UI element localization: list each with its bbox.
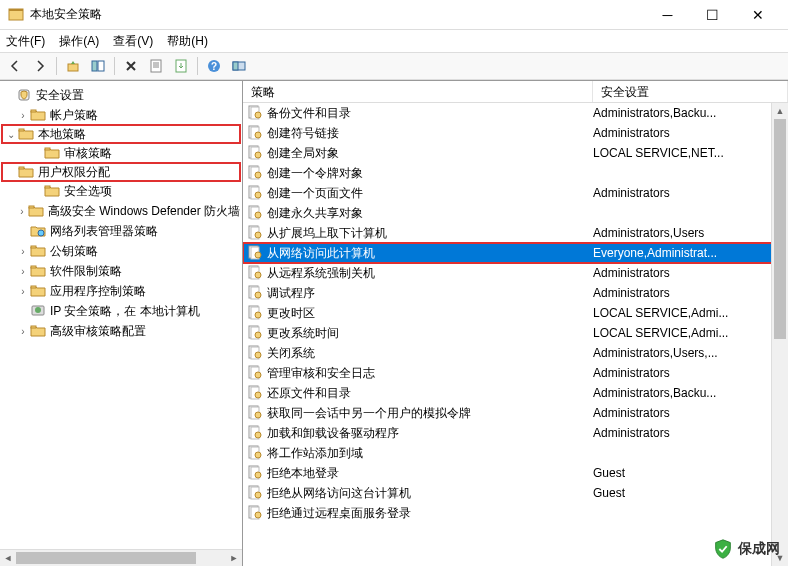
tree-toggle[interactable]: › [16,246,30,257]
policy-row[interactable]: 创建永久共享对象 [243,203,788,223]
policy-row[interactable]: 将工作站添加到域 [243,443,788,463]
policy-name: 创建一个页面文件 [267,185,593,202]
forward-button[interactable] [29,55,51,77]
tree-item[interactable]: 审核策略 [2,143,240,163]
tree-toggle[interactable]: › [16,286,30,297]
titlebar: 本地安全策略 ─ ☐ ✕ [0,0,788,30]
policy-setting: Everyone,Administrat... [593,246,788,260]
policy-row[interactable]: 创建全局对象LOCAL SERVICE,NET... [243,143,788,163]
menu-view[interactable]: 查看(V) [113,33,153,50]
svg-rect-17 [45,148,50,150]
maximize-button[interactable]: ☐ [690,1,735,29]
policy-name: 加载和卸载设备驱动程序 [267,425,593,442]
svg-point-39 [255,172,261,178]
tree-toggle[interactable]: › [16,326,30,337]
svg-point-72 [255,392,261,398]
policy-name: 创建一个令牌对象 [267,165,593,182]
tree-item[interactable]: ›软件限制策略 [2,261,240,281]
policy-name: 还原文件和目录 [267,385,593,402]
tree-toggle[interactable]: ⌄ [4,129,18,140]
back-button[interactable] [4,55,26,77]
tree-item[interactable]: ⌄本地策略 [1,124,241,144]
svg-point-30 [255,112,261,118]
menubar: 文件(F) 操作(A) 查看(V) 帮助(H) [0,30,788,52]
policy-setting: Administrators,Backu... [593,106,788,120]
menu-help[interactable]: 帮助(H) [167,33,208,50]
column-policy[interactable]: 策略 [243,81,593,102]
tree-scrollbar-h[interactable]: ◄ ► [0,549,242,566]
properties-button[interactable] [145,55,167,77]
tree-item[interactable]: ›高级审核策略配置 [2,321,240,341]
policy-icon [247,245,263,261]
tree-item-label: 网络列表管理器策略 [50,223,158,240]
tree-toggle[interactable]: › [16,110,30,121]
svg-rect-18 [19,167,24,169]
tree-item[interactable]: ›公钥策略 [2,241,240,261]
policy-icon [247,445,263,461]
tree-item[interactable]: 安全选项 [2,181,240,201]
svg-rect-23 [31,266,36,268]
list-scrollbar-v[interactable]: ▲ ▼ [771,103,788,566]
column-setting[interactable]: 安全设置 [593,81,788,102]
svg-rect-3 [92,61,97,71]
policy-row[interactable]: 拒绝本地登录Guest [243,463,788,483]
policy-row[interactable]: 创建一个页面文件Administrators [243,183,788,203]
policy-icon [247,285,263,301]
policy-row[interactable]: 更改时区LOCAL SERVICE,Admi... [243,303,788,323]
folder-icon [30,243,46,259]
policy-row[interactable]: 从网络访问此计算机Everyone,Administrat... [243,243,788,263]
tree-item-label: 高级安全 Windows Defender 防火墙 [48,203,240,220]
policy-row[interactable]: 调试程序Administrators [243,283,788,303]
tree-root[interactable]: 安全设置 [2,85,240,105]
policy-name: 创建永久共享对象 [267,205,593,222]
policy-row[interactable]: 备份文件和目录Administrators,Backu... [243,103,788,123]
svg-point-87 [255,492,261,498]
tree-item[interactable]: IP 安全策略，在 本地计算机 [2,301,240,321]
list-header: 策略 安全设置 [243,81,788,103]
menu-file[interactable]: 文件(F) [6,33,45,50]
policy-row[interactable]: 管理审核和安全日志Administrators [243,363,788,383]
export-button[interactable] [170,55,192,77]
policy-row[interactable]: 拒绝通过远程桌面服务登录 [243,503,788,523]
policy-row[interactable]: 创建一个令牌对象 [243,163,788,183]
policy-row[interactable]: 创建符号链接Administrators [243,123,788,143]
tree-item[interactable]: ›应用程序控制策略 [2,281,240,301]
policy-name: 创建全局对象 [267,145,593,162]
tree-toggle[interactable]: › [16,266,30,277]
help-button[interactable]: ? [203,55,225,77]
policy-row[interactable]: 更改系统时间LOCAL SERVICE,Admi... [243,323,788,343]
policy-setting: Administrators [593,366,788,380]
tree-item[interactable]: ›帐户策略 [2,105,240,125]
refresh-button[interactable] [228,55,250,77]
show-hide-tree-button[interactable] [87,55,109,77]
tree-toggle[interactable]: › [16,206,28,217]
policy-row[interactable]: 从扩展坞上取下计算机Administrators,Users [243,223,788,243]
svg-point-48 [255,232,261,238]
policy-setting: LOCAL SERVICE,Admi... [593,326,788,340]
menu-action[interactable]: 操作(A) [59,33,99,50]
watermark-text: 保成网 [738,540,780,558]
policy-row[interactable]: 加载和卸载设备驱动程序Administrators [243,423,788,443]
tree-item[interactable]: 网络列表管理器策略 [2,221,240,241]
policy-row[interactable]: 关闭系统Administrators,Users,... [243,343,788,363]
svg-point-66 [255,352,261,358]
svg-point-51 [255,252,261,258]
policy-row[interactable]: 还原文件和目录Administrators,Backu... [243,383,788,403]
svg-rect-15 [31,110,36,112]
close-button[interactable]: ✕ [735,1,780,29]
tree-item[interactable]: 用户权限分配 [1,162,241,182]
policy-name: 更改时区 [267,305,593,322]
policy-icon [247,385,263,401]
policy-name: 从远程系统强制关机 [267,265,593,282]
policy-row[interactable]: 从远程系统强制关机Administrators [243,263,788,283]
list-pane: 策略 安全设置 备份文件和目录Administrators,Backu...创建… [243,81,788,566]
up-button[interactable] [62,55,84,77]
policy-row[interactable]: 拒绝从网络访问这台计算机Guest [243,483,788,503]
svg-point-90 [255,512,261,518]
tree-item[interactable]: ›高级安全 Windows Defender 防火墙 [2,201,240,221]
minimize-button[interactable]: ─ [645,1,690,29]
policy-row[interactable]: 获取同一会话中另一个用户的模拟令牌Administrators [243,403,788,423]
delete-button[interactable] [120,55,142,77]
policy-setting: Administrators [593,126,788,140]
policy-setting: Administrators,Users [593,226,788,240]
